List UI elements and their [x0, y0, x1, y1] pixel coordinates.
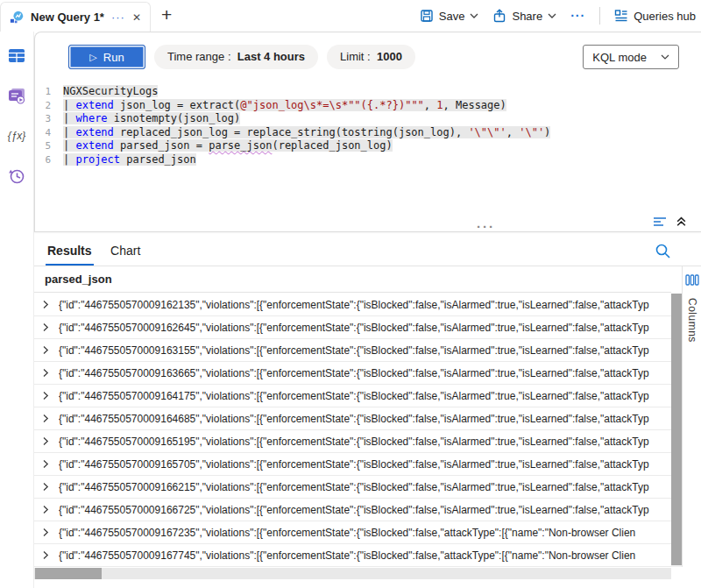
line-number: 4 — [35, 126, 63, 140]
vertical-scrollbar[interactable] — [671, 294, 682, 567]
table-row[interactable]: {"id":"4467550570009167235","violations"… — [34, 521, 671, 544]
row-json-text: {"id":"4467550570009165705","violations"… — [59, 458, 649, 471]
chevron-down-icon — [548, 13, 556, 18]
query-stats-icon[interactable] — [653, 216, 667, 227]
code-text: | extend json_log = extract(@"json_log\s… — [63, 99, 506, 113]
table-row[interactable]: {"id":"4467550570009165195","violations"… — [34, 430, 671, 453]
play-icon: ▷ — [89, 52, 96, 63]
row-expand-chevron-icon[interactable] — [41, 368, 59, 378]
row-json-text: {"id":"4467550570009166725","violations"… — [59, 504, 649, 516]
row-expand-chevron-icon[interactable] — [41, 436, 59, 446]
table-row[interactable]: {"id":"4467550570009163155","violations"… — [34, 339, 671, 362]
line-number: 1 — [35, 85, 63, 99]
time-range-label: Time range : — [167, 50, 231, 63]
editor-footer-actions — [653, 216, 687, 227]
table-row[interactable]: {"id":"4467550570009163665","violations"… — [34, 362, 671, 385]
adx-query-icon — [10, 10, 24, 25]
share-button[interactable]: Share — [492, 9, 556, 23]
saved-queries-icon[interactable] — [7, 86, 26, 105]
results-tab-bar: Results Chart — [34, 240, 701, 266]
time-range-value: Last 4 hours — [237, 50, 305, 63]
row-json-text: {"id":"4467550570009167745","violations"… — [59, 549, 635, 562]
row-json-text: {"id":"4467550570009164685","violations"… — [59, 413, 649, 425]
row-expand-chevron-icon[interactable] — [41, 300, 59, 309]
search-results-icon[interactable] — [655, 243, 671, 263]
query-tab[interactable]: New Query 1* ··· ✕ — [0, 2, 151, 32]
row-json-text: {"id":"4467550570009162645","violations"… — [59, 322, 649, 334]
code-line[interactable]: 3| where isnotempty(json_log) — [35, 112, 701, 126]
row-expand-chevron-icon[interactable] — [41, 482, 59, 492]
splitter-handle[interactable]: ··· — [477, 221, 495, 233]
table-row[interactable]: {"id":"4467550570009162135","violations"… — [34, 294, 671, 316]
table-row[interactable]: {"id":"4467550570009166725","violations"… — [34, 499, 671, 521]
line-number: 6 — [35, 153, 63, 167]
row-expand-chevron-icon[interactable] — [41, 505, 59, 514]
code-line[interactable]: 4| extend replaced_json_log = replace_st… — [35, 126, 701, 140]
table-row[interactable]: {"id":"4467550570009166215","violations"… — [34, 476, 671, 499]
limit-value: 1000 — [377, 50, 402, 63]
top-actions: Save Share ··· — [420, 0, 696, 32]
limit-pill[interactable]: Limit : 1000 — [327, 45, 415, 69]
new-tab-button[interactable]: + — [161, 4, 172, 25]
row-json-text: {"id":"4467550570009163155","violations"… — [59, 344, 649, 357]
queries-hub-label: Queries hub — [634, 10, 696, 23]
code-line[interactable]: 6| project parsed_json — [35, 153, 701, 167]
table-row[interactable]: {"id":"4467550570009164175","violations"… — [34, 385, 671, 407]
share-icon — [492, 9, 506, 23]
queries-hub-icon — [614, 9, 628, 23]
tab-title: New Query 1* — [31, 11, 104, 24]
table-row[interactable]: {"id":"4467550570009167745","violations"… — [34, 544, 671, 567]
collapse-editor-icon[interactable] — [676, 216, 687, 227]
code-lines: 1NGXSecurityLogs2| extend json_log = ext… — [35, 85, 701, 166]
row-expand-chevron-icon[interactable] — [41, 550, 59, 560]
query-mode-value: KQL mode — [592, 51, 647, 64]
chevron-down-icon — [661, 54, 669, 60]
tables-explorer-icon[interactable] — [7, 46, 26, 65]
query-panel: ▷ Run Time range : Last 4 hours Limit : … — [34, 32, 701, 232]
code-text: | project parsed_json — [63, 153, 196, 167]
queries-hub-button[interactable]: Queries hub — [614, 9, 696, 23]
table-row[interactable]: {"id":"4467550570009165705","violations"… — [34, 453, 671, 476]
query-history-icon[interactable] — [7, 166, 26, 186]
save-button[interactable]: Save — [420, 9, 479, 23]
query-toolbar: ▷ Run Time range : Last 4 hours Limit : … — [35, 32, 701, 81]
limit-label: Limit : — [340, 50, 371, 63]
table-row[interactable]: {"id":"4467550570009164685","violations"… — [34, 407, 671, 430]
run-label: Run — [103, 51, 124, 64]
horizontal-scrollbar[interactable] — [34, 568, 671, 579]
code-line[interactable]: 2| extend json_log = extract(@"json_log\… — [35, 99, 701, 113]
row-expand-chevron-icon[interactable] — [41, 414, 59, 423]
vertical-scrollbar-thumb[interactable] — [671, 294, 682, 565]
tab-more-icon[interactable]: ··· — [111, 11, 125, 24]
line-number: 3 — [35, 112, 63, 126]
tab-close-icon[interactable]: ✕ — [132, 11, 141, 24]
functions-icon[interactable]: {ƒx} — [7, 126, 26, 145]
horizontal-scrollbar-thumb[interactable] — [35, 568, 102, 579]
row-json-text: {"id":"4467550570009165195","violations"… — [59, 436, 649, 448]
query-editor[interactable]: 1NGXSecurityLogs2| extend json_log = ext… — [35, 85, 701, 166]
run-button[interactable]: ▷ Run — [68, 45, 145, 69]
tab-results[interactable]: Results — [46, 240, 94, 266]
columns-panel-icon[interactable] — [685, 273, 699, 289]
share-label: Share — [512, 10, 542, 23]
columns-panel-label[interactable]: Columns — [686, 298, 698, 343]
topbar-divider — [599, 7, 600, 25]
save-label: Save — [439, 10, 465, 23]
tab-chart[interactable]: Chart — [109, 240, 142, 264]
row-expand-chevron-icon[interactable] — [41, 528, 59, 537]
row-json-text: {"id":"4467550570009162135","violations"… — [59, 299, 649, 311]
time-range-pill[interactable]: Time range : Last 4 hours — [154, 45, 318, 69]
more-actions-button[interactable]: ··· — [570, 9, 585, 23]
table-row[interactable]: {"id":"4467550570009162645","violations"… — [34, 316, 671, 339]
column-header-parsed-json[interactable]: parsed_json — [34, 266, 671, 293]
row-json-text: {"id":"4467550570009167235","violations"… — [59, 527, 635, 539]
code-text: NGXSecurityLogs — [63, 85, 158, 99]
code-line[interactable]: 1NGXSecurityLogs — [35, 85, 701, 99]
row-expand-chevron-icon[interactable] — [41, 391, 59, 400]
code-line[interactable]: 5| extend parsed_json = parse_json(repla… — [35, 139, 701, 153]
query-mode-select[interactable]: KQL mode — [583, 45, 679, 69]
row-expand-chevron-icon[interactable] — [41, 322, 59, 332]
row-expand-chevron-icon[interactable] — [41, 459, 59, 469]
row-expand-chevron-icon[interactable] — [41, 345, 59, 355]
chevron-down-icon — [470, 13, 478, 18]
